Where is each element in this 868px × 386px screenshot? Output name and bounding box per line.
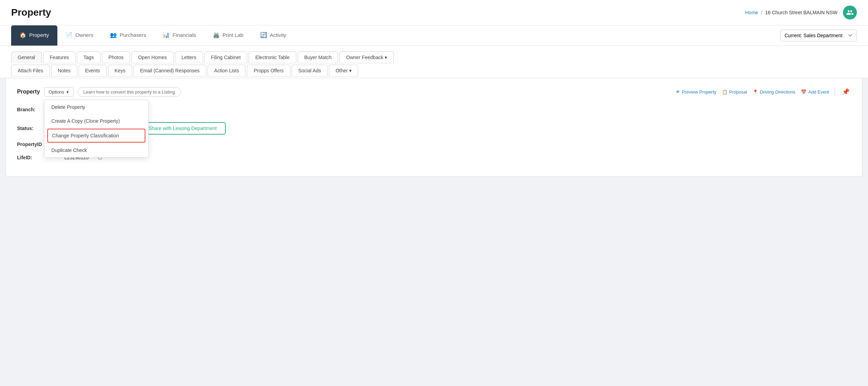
share-with-leasing-button[interactable]: Share with Leasing Department [139,122,226,135]
header-left: Property [11,7,51,18]
preview-property-label: Preview Property [682,89,716,95]
nav-item-property[interactable]: 🏠 Property [11,25,57,46]
learn-link[interactable]: Learn how to convert this property to a … [78,87,181,97]
options-dropdown: Delete Property Create A Copy (Clone Pro… [44,100,148,158]
tabs-container: General Features Tags Photos Open Homes … [0,46,868,78]
page-title: Property [11,7,51,18]
nav-item-purchasers-label: Purchasers [120,32,146,38]
print-icon: 🖨️ [213,32,220,38]
driving-directions-label: Driving Directions [760,89,795,95]
breadcrumb-home[interactable]: Home [745,10,758,15]
tab-features[interactable]: Features [43,51,75,63]
financials-icon: 📊 [163,32,170,38]
tab-general[interactable]: General [11,51,42,63]
calendar-icon: 📅 [801,89,806,95]
tab-events[interactable]: Events [79,65,107,77]
options-button[interactable]: Options ▾ [44,87,73,97]
section-title: Property [17,89,40,95]
tab-email-canned[interactable]: Email (Canned) Responses [134,65,206,77]
purchasers-icon: 👥 [110,32,117,38]
dropdown-item-duplicate-check[interactable]: Duplicate Check [45,143,148,157]
user-avatar[interactable] [843,6,857,19]
section-header: Property Options ▾ Delete Property Creat… [17,87,851,97]
tab-electronic-table[interactable]: Electronic Table [249,51,296,63]
tab-notes[interactable]: Notes [51,65,77,77]
dept-select-container: Current: Sales Department Leasing Depart… [780,30,857,41]
nav-item-property-label: Property [29,32,49,38]
tabs-row-1: General Features Tags Photos Open Homes … [11,51,857,63]
tab-photos[interactable]: Photos [102,51,130,63]
proposal-label: Proposal [729,89,747,95]
owners-icon: 📄 [66,32,73,38]
breadcrumb: Home / 16 Church Street BALMAIN NSW [745,10,837,15]
tab-letters[interactable]: Letters [175,51,203,63]
tab-other[interactable]: Other ▾ [329,65,358,77]
add-event-link[interactable]: 📅 Add Event [801,89,829,95]
tab-social-ads[interactable]: Social Ads [292,65,328,77]
header-right: Home / 16 Church Street BALMAIN NSW [745,6,857,19]
location-icon: 📍 [753,89,758,95]
divider [835,88,835,96]
breadcrumb-separator: / [761,10,762,15]
pin-button[interactable]: 📌 [841,87,851,97]
add-event-label: Add Event [808,89,829,95]
learn-link-text: Learn how to convert this property to a … [83,89,175,95]
activity-icon: 🔄 [260,32,267,38]
page-header: Property Home / 16 Church Street BALMAIN… [0,0,868,25]
section-actions: 👁 Preview Property 📋 Proposal 📍 Driving … [676,87,851,97]
tab-action-lists[interactable]: Action Lists [208,65,246,77]
nav-bar: 🏠 Property 📄 Owners 👥 Purchasers 📊 Finan… [0,25,868,46]
nav-item-financials-label: Financials [172,32,196,38]
driving-directions-link[interactable]: 📍 Driving Directions [753,89,795,95]
breadcrumb-current: 16 Church Street BALMAIN NSW [765,10,837,15]
nav-item-print-label: Print Lab [223,32,243,38]
eye-icon: 👁 [676,89,680,95]
options-container: Options ▾ Delete Property Create A Copy … [44,87,73,97]
tab-buyer-match[interactable]: Buyer Match [298,51,338,63]
tab-tags[interactable]: Tags [77,51,101,63]
dropdown-item-change-classification[interactable]: Change Property Classification [47,129,145,143]
dropdown-item-delete[interactable]: Delete Property [45,100,148,114]
nav-item-purchasers[interactable]: 👥 Purchasers [102,25,154,46]
options-label: Options [49,89,64,95]
nav-item-owners[interactable]: 📄 Owners [57,25,102,46]
dropdown-item-clone[interactable]: Create A Copy (Clone Property) [45,114,148,128]
tab-propps-offers[interactable]: Propps Offers [247,65,290,77]
home-icon: 🏠 [19,32,26,38]
proposal-icon: 📋 [722,89,728,95]
tabs-row-2: Attach Files Notes Events Keys Email (Ca… [11,65,857,77]
nav-item-owners-label: Owners [75,32,94,38]
tab-attach-files[interactable]: Attach Files [11,65,50,77]
tab-filing-cabinet[interactable]: Filing Cabinet [204,51,248,63]
preview-property-link[interactable]: 👁 Preview Property [676,89,716,95]
department-select[interactable]: Current: Sales Department Leasing Depart… [780,30,857,41]
tab-open-homes[interactable]: Open Homes [131,51,173,63]
nav-item-financials[interactable]: 📊 Financials [154,25,204,46]
tab-keys[interactable]: Keys [108,65,132,77]
main-content: Property Options ▾ Delete Property Creat… [6,78,862,177]
tab-owner-feedback[interactable]: Owner Feedback ▾ [339,51,394,63]
nav-item-activity[interactable]: 🔄 Activity [252,25,295,46]
nav-item-print-lab[interactable]: 🖨️ Print Lab [204,25,252,46]
nav-item-activity-label: Activity [270,32,287,38]
chevron-down-icon: ▾ [66,89,69,95]
proposal-link[interactable]: 📋 Proposal [722,89,747,95]
